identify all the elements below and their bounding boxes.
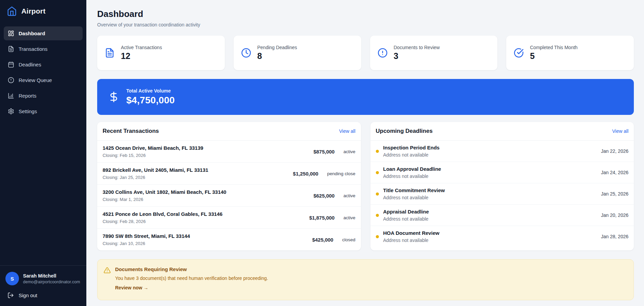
sidebar-item-transactions[interactable]: Transactions	[4, 42, 83, 56]
stat-card-documents-to-review: Documents to Review 3	[370, 36, 498, 70]
user-name: Sarah Mitchell	[23, 273, 80, 279]
sidebar-item-settings[interactable]: Settings	[4, 104, 83, 118]
transaction-price: $625,000	[314, 193, 335, 199]
transaction-price: $1,250,000	[293, 171, 318, 177]
list-item[interactable]: Appraisal Deadline Address not available…	[370, 205, 634, 226]
stat-label: Completed This Month	[530, 45, 578, 50]
alert-circle-icon	[378, 48, 388, 58]
sidebar-item-deadlines[interactable]: Deadlines	[4, 58, 83, 72]
sidebar-item-label: Review Queue	[19, 77, 52, 83]
review-now-link[interactable]: Review now →	[115, 285, 268, 290]
transaction-status: pending close	[327, 171, 355, 176]
table-row[interactable]: 7890 SW 8th Street, Miami, FL 33144 Clos…	[97, 229, 361, 250]
main-content: Dashboard Overview of your transaction c…	[86, 0, 644, 306]
stat-card-active-transactions: Active Transactions 12	[97, 36, 225, 70]
file-text-icon	[8, 46, 14, 52]
stat-card-pending-deadlines: Pending Deadlines 8	[234, 36, 361, 70]
deadline-subtitle: Address not available	[383, 216, 601, 222]
deadline-subtitle: Address not available	[383, 238, 601, 243]
transaction-address: 3200 Collins Ave, Unit 1802, Miami Beach…	[103, 189, 226, 195]
documents-review-banner: Documents Requiring Review You have 3 do…	[97, 259, 634, 300]
panels-row: Recent Transactions View all 1425 Ocean …	[97, 122, 634, 250]
table-row[interactable]: 4521 Ponce de Leon Blvd, Coral Gables, F…	[97, 207, 361, 229]
gear-icon	[8, 108, 14, 115]
deadline-title: Appraisal Deadline	[383, 209, 601, 215]
table-row[interactable]: 892 Brickell Ave, Unit 2405, Miami, FL 3…	[97, 163, 361, 185]
file-text-icon	[105, 48, 115, 58]
transaction-status: active	[343, 215, 355, 220]
avatar: S	[5, 272, 19, 285]
deadline-title: Title Commitment Review	[383, 187, 601, 193]
bar-chart-icon	[8, 93, 14, 99]
sidebar-item-dashboard[interactable]: Dashboard	[4, 26, 83, 40]
panel-title: Upcoming Deadlines	[376, 128, 433, 135]
deadline-subtitle: Address not available	[383, 195, 601, 200]
sidebar-item-reports[interactable]: Reports	[4, 89, 83, 103]
deadline-status-dot	[376, 150, 379, 153]
deadline-status-dot	[376, 214, 379, 217]
dashboard-icon	[8, 30, 14, 37]
app-logo: Airport	[0, 0, 86, 23]
stat-value: 12	[121, 51, 162, 61]
deadline-status-dot	[376, 171, 379, 174]
transaction-closing: Closing: Jan 25, 2026	[103, 175, 208, 180]
sidebar-item-label: Settings	[19, 108, 37, 114]
list-item[interactable]: Inspection Period Ends Address not avail…	[370, 141, 634, 162]
transaction-price: $425,000	[312, 237, 334, 243]
list-item[interactable]: Title Commitment Review Address not avai…	[370, 183, 634, 205]
sidebar-footer: S Sarah Mitchell demo@airportcoordinator…	[0, 265, 86, 306]
sidebar-item-review-queue[interactable]: Review Queue	[4, 73, 83, 87]
user-email: demo@airportcoordinator.com	[23, 280, 80, 284]
stat-value: 8	[257, 51, 297, 61]
deadline-subtitle: Address not available	[383, 174, 601, 179]
sign-out-button[interactable]: Sign out	[5, 292, 81, 299]
stat-label: Active Transactions	[121, 45, 162, 50]
panel-title: Recent Transactions	[103, 128, 159, 135]
deadline-date: Jan 20, 2026	[601, 212, 628, 218]
app-title: Airport	[21, 7, 45, 15]
stat-value: 3	[394, 51, 440, 61]
sidebar-nav: Dashboard Transactions Deadlines Review …	[0, 23, 86, 122]
view-all-deadlines-link[interactable]: View all	[612, 128, 628, 134]
deadline-date: Jan 24, 2026	[601, 170, 628, 175]
transaction-closing: Closing: Feb 28, 2026	[103, 219, 222, 224]
deadline-title: Loan Approval Deadline	[383, 166, 601, 172]
transaction-closing: Closing: Jan 10, 2026	[103, 241, 190, 246]
view-all-transactions-link[interactable]: View all	[339, 128, 356, 134]
transaction-price: $875,000	[314, 149, 335, 155]
deadline-date: Jan 25, 2026	[601, 191, 628, 197]
transaction-address: 7890 SW 8th Street, Miami, FL 33144	[103, 233, 190, 239]
stat-card-completed-this-month: Completed This Month 5	[506, 36, 634, 70]
stats-row: Active Transactions 12 Pending Deadlines…	[97, 36, 634, 70]
panel-header: Recent Transactions View all	[97, 122, 361, 141]
page-title: Dashboard	[97, 9, 634, 19]
total-volume-banner: Total Active Volume $4,750,000	[97, 79, 634, 115]
table-row[interactable]: 3200 Collins Ave, Unit 1802, Miami Beach…	[97, 185, 361, 207]
transaction-price: $1,875,000	[309, 215, 335, 221]
deadline-title: Inspection Period Ends	[383, 145, 601, 150]
clock-icon	[241, 48, 251, 58]
stat-value: 5	[530, 51, 578, 61]
panel-header: Upcoming Deadlines View all	[370, 122, 634, 141]
list-item[interactable]: HOA Document Review Address not availabl…	[370, 226, 634, 247]
transaction-closing: Closing: Feb 15, 2026	[103, 153, 203, 158]
sidebar-item-label: Deadlines	[19, 62, 41, 67]
calendar-icon	[8, 61, 14, 68]
upcoming-deadlines-panel: Upcoming Deadlines View all Inspection P…	[370, 122, 634, 250]
transaction-address: 892 Brickell Ave, Unit 2405, Miami, FL 3…	[103, 167, 208, 173]
table-row[interactable]: 1425 Ocean Drive, Miami Beach, FL 33139 …	[97, 141, 361, 163]
transaction-status: active	[343, 149, 355, 154]
transaction-closing: Closing: Mar 1, 2026	[103, 197, 226, 202]
warning-triangle-icon	[104, 267, 111, 274]
review-banner-message: You have 3 document(s) that need human v…	[115, 276, 268, 281]
stat-label: Pending Deadlines	[257, 45, 297, 50]
recent-transactions-panel: Recent Transactions View all 1425 Ocean …	[97, 122, 361, 250]
sidebar-item-label: Transactions	[19, 46, 47, 52]
home-icon	[7, 6, 17, 16]
deadline-date: Jan 22, 2026	[601, 148, 628, 154]
list-item[interactable]: Loan Approval Deadline Address not avail…	[370, 162, 634, 183]
transaction-status: closed	[342, 237, 355, 242]
volume-label: Total Active Volume	[126, 88, 175, 94]
deadline-title: HOA Document Review	[383, 230, 601, 236]
user-info: S Sarah Mitchell demo@airportcoordinator…	[5, 272, 81, 285]
